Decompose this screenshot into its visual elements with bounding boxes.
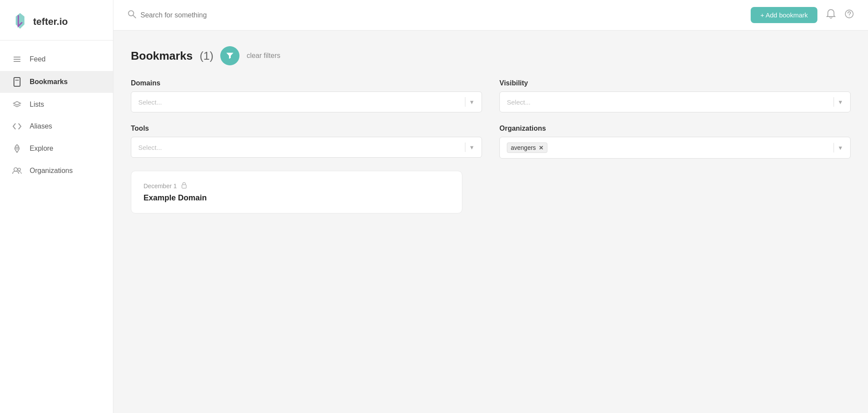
chevron-down-icon: ▼ [837,145,843,151]
tools-label: Tools [131,125,482,132]
users-icon [12,167,22,174]
tools-placeholder: Select... [138,144,162,151]
sidebar-item-label: Bookmarks [30,78,68,86]
chevron-down-icon: ▼ [469,99,475,105]
organizations-label: Organizations [499,125,851,132]
sidebar-item-organizations[interactable]: Organizations [0,161,113,181]
visibility-placeholder: Select... [507,98,530,106]
sidebar-item-label: Aliases [30,122,52,130]
bookmark-count: (1) [200,49,214,63]
card-meta: December 1 [144,182,450,190]
tools-select[interactable]: Select... ▼ [131,137,482,158]
bookmark-card: December 1 Example Domain [131,171,462,213]
filters-section: Domains Select... ▼ Visibility Select [131,79,851,159]
svg-point-8 [849,16,850,17]
search-container [127,10,744,20]
svg-point-2 [16,147,18,149]
menu-icon [12,57,22,62]
select-divider [465,97,465,107]
help-icon[interactable] [844,9,854,21]
lock-icon [181,182,187,190]
page-title: Bookmarks [131,49,193,63]
chevron-down-icon: ▼ [469,144,475,151]
search-input[interactable] [140,11,744,19]
sidebar-item-explore[interactable]: Explore [0,138,113,159]
sidebar-item-label: Explore [30,145,53,152]
file-icon [12,77,22,87]
sidebar-item-label: Lists [30,101,44,108]
sidebar: tefter.io Feed Bookmarks [0,0,113,413]
svg-rect-0 [14,78,20,86]
select-divider [465,142,465,152]
organizations-select-content: avengers ✕ [507,142,830,153]
domains-select-content: Select... [138,98,461,106]
visibility-label: Visibility [499,79,851,87]
organizations-tag: avengers ✕ [507,142,547,153]
svg-point-4 [18,168,21,171]
search-icon [127,10,136,20]
visibility-filter-group: Visibility Select... ▼ [499,79,851,112]
notification-icon[interactable] [826,9,836,21]
visibility-select[interactable]: Select... ▼ [499,91,851,112]
sidebar-divider [0,40,113,41]
domains-select[interactable]: Select... ▼ [131,91,482,112]
sidebar-item-feed[interactable]: Feed [0,49,113,69]
filters-grid: Domains Select... ▼ Visibility Select [131,79,851,159]
organizations-tag-label: avengers [511,144,536,151]
logo-text: tefter.io [33,16,68,27]
card-title: Example Domain [144,193,450,203]
svg-line-6 [133,15,136,18]
organizations-tag-remove[interactable]: ✕ [539,145,543,151]
domains-label: Domains [131,79,482,87]
main-area: + Add bookmark Bookmarks (1) [113,0,868,413]
add-bookmark-button[interactable]: + Add bookmark [751,7,817,23]
tools-select-content: Select... [138,144,461,151]
svg-rect-9 [182,185,186,188]
topbar-actions: + Add bookmark [751,7,854,23]
logo: tefter.io [0,0,113,40]
filter-button[interactable] [220,46,239,65]
topbar: + Add bookmark [113,0,868,30]
sidebar-item-aliases[interactable]: Aliases [0,116,113,136]
domains-placeholder: Select... [138,98,162,106]
page-header: Bookmarks (1) clear filters [131,46,851,65]
domains-filter-group: Domains Select... ▼ [131,79,482,112]
sidebar-item-label: Feed [30,55,45,63]
select-divider [834,143,834,152]
sidebar-item-label: Organizations [30,167,73,175]
rocket-icon [12,144,22,153]
organizations-select[interactable]: avengers ✕ ▼ [499,137,851,159]
svg-point-3 [14,168,17,171]
card-date: December 1 [144,183,177,190]
layers-icon [12,101,22,108]
page-content: Bookmarks (1) clear filters Domains Sele… [113,30,868,413]
sidebar-nav: Feed Bookmarks Lists [0,45,113,185]
clear-filters-button[interactable]: clear filters [246,52,280,60]
sidebar-item-bookmarks[interactable]: Bookmarks [0,71,113,93]
visibility-select-content: Select... [507,98,830,106]
sidebar-item-lists[interactable]: Lists [0,95,113,115]
tools-filter-group: Tools Select... ▼ [131,125,482,159]
chevron-down-icon: ▼ [837,99,843,105]
logo-icon [12,12,28,31]
code-icon [12,123,22,129]
organizations-filter-group: Organizations avengers ✕ ▼ [499,125,851,159]
select-divider [834,97,834,107]
